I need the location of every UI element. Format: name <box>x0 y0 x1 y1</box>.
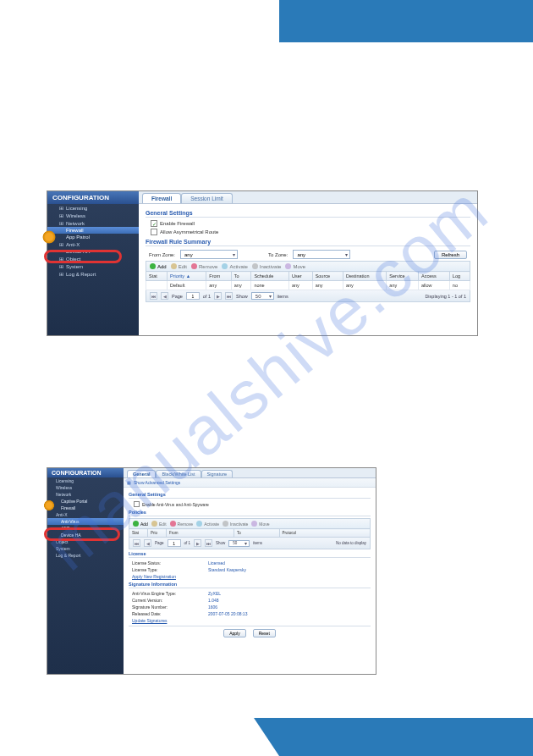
gear-icon <box>41 229 58 246</box>
pager-prev[interactable]: ◀ <box>144 539 151 547</box>
sidebar-item-captive-portal[interactable]: Captive Portal <box>47 498 124 505</box>
remove-button[interactable]: Remove <box>191 263 217 269</box>
pager-first[interactable]: ⏮ <box>150 292 157 300</box>
enable-firewall-checkbox[interactable]: ✓ <box>151 220 157 227</box>
col-from[interactable]: From <box>206 272 232 281</box>
col-user[interactable]: User <box>288 272 312 281</box>
remove-icon <box>191 263 197 269</box>
add-button[interactable]: Add <box>133 521 148 527</box>
col-priority[interactable]: Priority ▲ <box>167 272 206 281</box>
col-to[interactable]: To <box>234 529 279 538</box>
col-access[interactable]: Access <box>419 272 450 281</box>
col-service[interactable]: Service <box>387 272 419 281</box>
col-stat[interactable]: Stat <box>146 272 168 281</box>
show-advanced-bar[interactable]: ▦ Show Advanced Settings <box>124 478 376 488</box>
sidebar-item-label: Wireless <box>56 485 72 490</box>
sidebar-item-firewall[interactable]: Firewall <box>47 505 124 511</box>
edit-button[interactable]: Edit <box>171 263 187 269</box>
tab-black-white-list[interactable]: Black/White List <box>156 470 201 477</box>
sidebar-item-wireless[interactable]: ⊞Wireless <box>47 212 139 219</box>
activate-button[interactable]: Activate <box>196 521 219 527</box>
apply-registration-link[interactable]: Apply New Registration <box>132 574 176 579</box>
sidebar-item-label: Object <box>66 257 80 262</box>
sidebar-item-label: Captive Portal <box>61 499 87 504</box>
update-signatures-link[interactable]: Update Signatures <box>132 618 167 623</box>
sidebar-item-licensing[interactable]: Licensing <box>47 477 124 484</box>
col-source[interactable]: Source <box>312 272 343 281</box>
move-button[interactable]: Move <box>251 521 269 527</box>
pager-last[interactable]: ⏭ <box>205 539 212 547</box>
pager-next[interactable]: ▶ <box>214 292 222 300</box>
tab-general[interactable]: General <box>127 470 156 477</box>
tab-signature[interactable]: Signature <box>201 470 234 477</box>
sidebar-item-system[interactable]: ⊞System <box>47 262 139 270</box>
sidebar-item-object[interactable]: ⊞Object <box>47 255 139 262</box>
sidebar-item-object[interactable]: Object <box>47 538 124 545</box>
activate-button[interactable]: Activate <box>222 263 247 269</box>
sidebar-item-label: App Patrol <box>66 235 90 240</box>
reset-button[interactable]: Reset <box>253 629 276 637</box>
col-schedule[interactable]: Schedule <box>251 272 289 281</box>
col-protocol[interactable]: Protocol <box>279 529 370 538</box>
pager-first[interactable]: ⏮ <box>133 539 140 547</box>
col-priority-label: Priority <box>170 273 184 279</box>
tab-firewall[interactable]: Firewall <box>142 193 181 203</box>
sidebar-item-apppatrol[interactable]: App Patrol <box>47 234 139 240</box>
sidebar-item-system[interactable]: System <box>47 545 124 552</box>
add-label: Add <box>157 264 167 269</box>
move-button[interactable]: Move <box>285 263 305 269</box>
pager-last[interactable]: ⏭ <box>225 292 233 300</box>
add-button[interactable]: Add <box>150 263 167 269</box>
apply-button[interactable]: Apply <box>223 629 246 637</box>
col-log[interactable]: Log <box>449 272 470 281</box>
sidebar-item-logreport[interactable]: ⊞Log & Report <box>47 270 139 278</box>
sidebar-item-antix[interactable]: Anti-X <box>47 511 124 518</box>
col-to[interactable]: To <box>231 272 251 281</box>
remove-button[interactable]: Remove <box>170 521 194 527</box>
sidebar-item-antivirus[interactable]: Anti-Virus <box>47 518 124 525</box>
pager-next[interactable]: ▶ <box>194 539 201 547</box>
pager-page-input[interactable] <box>186 292 200 300</box>
sidebar-item-wireless[interactable]: Wireless <box>47 484 124 491</box>
pager-page-input[interactable] <box>168 539 181 547</box>
edit-label: Edit <box>159 521 167 527</box>
sidebar-item-label: Device HA <box>66 249 90 254</box>
cell-to: any <box>231 281 251 290</box>
footer-buttons: Apply Reset <box>129 626 371 640</box>
pager-show-select[interactable]: 50 <box>228 540 250 547</box>
sidebar-item-network[interactable]: ⊞Network <box>47 219 139 227</box>
col-prio[interactable]: Prio <box>148 529 167 538</box>
license-status-label: License Status: <box>132 560 208 566</box>
sidebar-item-firewall[interactable]: Firewall <box>47 227 139 234</box>
enable-av-checkbox[interactable] <box>134 501 140 507</box>
sidebar-item-network[interactable]: Network <box>47 491 124 498</box>
sidebar-item-deviceha[interactable]: Device HA <box>47 532 124 538</box>
plus-icon: ⊞ <box>59 256 63 262</box>
col-destination[interactable]: Destination <box>343 272 386 281</box>
col-from[interactable]: From <box>167 529 234 538</box>
sidebar-item-adp[interactable]: ADP <box>47 525 124 532</box>
tab-session-limit[interactable]: Session Limit <box>181 193 233 203</box>
refresh-button[interactable]: Refresh <box>434 251 467 259</box>
sidebar-item-logreport[interactable]: Log & Report <box>47 552 124 559</box>
pager-prev[interactable]: ◀ <box>161 292 168 300</box>
sidebar-item-antix[interactable]: ⊞Anti-X <box>47 240 139 248</box>
sidebar-item-deviceha[interactable]: Device HA <box>47 248 139 255</box>
pager-show-label: Show <box>216 541 225 545</box>
to-zone-select[interactable]: any <box>293 250 350 259</box>
sidebar-item-licensing[interactable]: ⊞Licensing <box>47 204 139 212</box>
table-row[interactable]: Default any any none any any any any all… <box>146 281 470 290</box>
edit-button[interactable]: Edit <box>151 521 167 527</box>
add-icon <box>150 263 156 269</box>
grid-header-row: Stat Priority ▲ From To Schedule User So… <box>146 272 470 281</box>
pager-show-select[interactable]: 50 <box>251 292 274 300</box>
sidebar-item-label: Device HA <box>61 533 81 538</box>
asym-route-checkbox[interactable] <box>151 229 157 235</box>
add-icon <box>133 521 139 527</box>
sidebar-title: CONFIGURATION <box>47 468 124 477</box>
inactivate-button[interactable]: Inactivate <box>252 263 282 269</box>
inactivate-button[interactable]: Inactivate <box>223 521 248 527</box>
pager-display-text: Displaying 1 - 1 of 1 <box>425 294 466 299</box>
col-stat[interactable]: Stat <box>129 529 148 538</box>
from-zone-select[interactable]: any <box>180 250 238 259</box>
